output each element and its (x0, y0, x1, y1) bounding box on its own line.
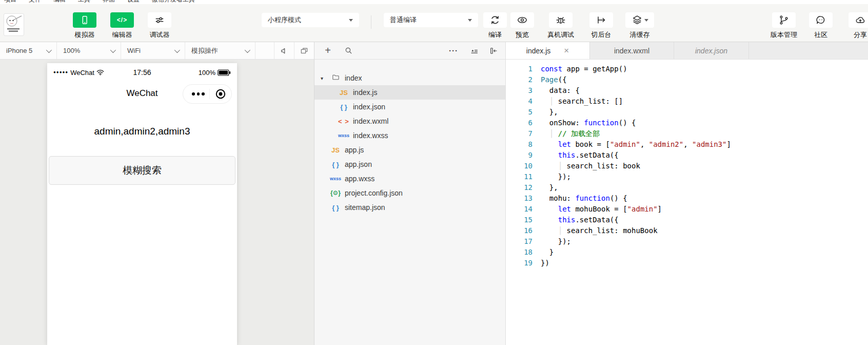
code-line-12: 12 }, (506, 182, 868, 193)
community-button[interactable]: 社区 (801, 12, 841, 40)
tree-item-index.js[interactable]: JSindex.js (314, 85, 505, 100)
code-text: }) (541, 258, 549, 269)
folder-expand-arrow[interactable]: ▾ (321, 75, 329, 81)
code-text: mohu: function() { (541, 193, 627, 204)
line-number: 2 (506, 74, 541, 85)
multi-window-button[interactable] (294, 42, 314, 59)
menu-item-3[interactable]: 编辑 (53, 0, 66, 4)
file-name: app.json (345, 160, 372, 168)
windows-icon (300, 46, 309, 55)
network-select[interactable]: WiFi (121, 42, 185, 59)
capsule-menu[interactable] (183, 84, 232, 104)
code-line-17: 17 }); (506, 236, 868, 247)
version-control-button[interactable]: 版本管理 (764, 12, 804, 40)
mode-select[interactable]: 小程序模式 (262, 13, 359, 27)
tree-item-app.json[interactable]: { }app.json (314, 157, 505, 171)
code-icon: </> (110, 12, 134, 28)
close-tab-icon[interactable]: × (564, 46, 569, 55)
line-number: 16 (506, 225, 541, 236)
chevron-down-icon (174, 47, 180, 52)
clear-cache-label: 清缓存 (630, 30, 650, 40)
avatar-image (4, 14, 23, 34)
simulator-toggle-button[interactable]: 模拟器 (65, 12, 105, 40)
chevron-down-icon (110, 47, 116, 52)
carrier-name: WeChat (70, 69, 94, 76)
mode-select-value: 小程序模式 (268, 15, 301, 25)
battery-icon (218, 69, 231, 76)
line-number: 13 (506, 193, 541, 204)
menu-item-6[interactable]: 设置 (127, 0, 140, 4)
more-menu-icon[interactable] (192, 92, 205, 95)
code-line-19: 19}) (506, 258, 868, 269)
menu-item-5[interactable]: 界面 (103, 0, 115, 4)
code-line-15: 15 this.setData({ (506, 215, 868, 225)
exit-target-icon[interactable] (214, 88, 227, 100)
menu-item-1[interactable]: 项目 (4, 0, 16, 4)
simulate-actions-select[interactable]: 模拟操作 (185, 42, 255, 59)
editor-tab-index.json[interactable]: index.json (674, 42, 749, 59)
tree-item-index.json[interactable]: { }index.json (314, 100, 505, 114)
new-file-button[interactable]: + (323, 45, 333, 56)
debugger-toggle-button[interactable]: 调试器 (140, 12, 180, 40)
fuzzy-search-button[interactable]: 模糊搜索 (49, 156, 235, 185)
code-text: │ search_list: book (541, 161, 640, 171)
code-text: this.setData({ (541, 150, 619, 161)
menu-item-2[interactable]: 文件 (29, 0, 41, 4)
preview-button[interactable]: 预览 (502, 12, 542, 40)
collapse-panel-button[interactable] (489, 46, 498, 55)
file-name: index.wxml (353, 117, 388, 125)
switch-background-button[interactable]: 切后台 (581, 12, 621, 40)
sound-toggle-button[interactable] (274, 42, 294, 59)
line-number: 12 (506, 182, 541, 193)
menu-item-7[interactable]: 微信开发者工具 (152, 0, 195, 4)
preview-label: 预览 (516, 30, 529, 40)
tree-item-sitemap.json[interactable]: { }sitemap.json (314, 200, 505, 215)
code-line-3: 3 data: { (506, 85, 868, 96)
device-select[interactable]: iPhone 5 (0, 42, 57, 59)
code-line-13: 13 mohu: function() { (506, 193, 868, 204)
editor-tab-index.js[interactable]: index.js× (506, 42, 590, 59)
tree-item-project.config.json[interactable]: {⚙}project.config.json (314, 186, 505, 200)
line-number: 14 (506, 204, 541, 215)
file-name: index.wxss (353, 131, 388, 140)
line-number: 18 (506, 247, 541, 258)
chevron-down-icon (46, 47, 52, 52)
tree-item-app.wxss[interactable]: wxssapp.wxss (314, 171, 505, 186)
code-line-1: 1const app = getApp() (506, 64, 868, 74)
network-select-value: WiFi (127, 47, 141, 54)
code-line-18: 18 } (506, 247, 868, 258)
tree-item-index.wxml[interactable]: < >index.wxml (314, 114, 505, 128)
editor-toggle-button[interactable]: </> 编辑器 (102, 12, 142, 40)
chevron-down-icon (644, 19, 648, 24)
carrier-info: ●●●●● WeChat (53, 69, 112, 76)
code-area[interactable]: 1const app = getApp()2Page({3 data: {4 │… (506, 60, 868, 269)
git-branch-icon (772, 12, 796, 28)
user-avatar[interactable] (4, 13, 24, 36)
menubar-items: 项目文件编辑工具界面设置微信开发者工具 (0, 0, 868, 4)
compile-select-value: 普通编译 (390, 15, 417, 25)
search-files-button[interactable] (344, 46, 353, 55)
line-number: 6 (506, 118, 541, 128)
share-button[interactable]: 分享 (840, 12, 868, 40)
clear-cache-button[interactable]: 清缓存 (620, 12, 660, 40)
switch-background-icon (589, 12, 613, 28)
editor-tab-index.wxml[interactable]: index.wxml (590, 42, 674, 59)
file-name: index (345, 74, 362, 82)
sort-files-button[interactable] (469, 46, 479, 55)
tree-item-index.wxss[interactable]: wxssindex.wxss (314, 128, 505, 143)
search-icon (344, 46, 353, 55)
code-line-8: 8 let book = ["admin", "admin2", "admin3… (506, 139, 868, 150)
more-options-button[interactable]: ··· (449, 46, 458, 55)
wxss-file-icon: wxss (337, 133, 350, 138)
zoom-select[interactable]: 100% (57, 42, 121, 59)
real-device-debug-button[interactable]: 真机调试 (541, 12, 581, 40)
compile-mode-select[interactable]: 普通编译 (384, 13, 478, 27)
menu-item-4[interactable]: 工具 (78, 0, 90, 4)
tree-item-index[interactable]: ▾index (314, 71, 505, 85)
line-number: 1 (506, 64, 541, 74)
toolbar: 模拟器 </> 编辑器 调试器 小程序模式 普通编译 (0, 4, 868, 42)
bug-icon (549, 12, 573, 28)
wechat-devtools-window: 项目文件编辑工具界面设置微信开发者工具 模拟器 </> (0, 0, 868, 345)
tree-item-app.js[interactable]: JSapp.js (314, 143, 505, 157)
code-text: }); (541, 171, 571, 182)
